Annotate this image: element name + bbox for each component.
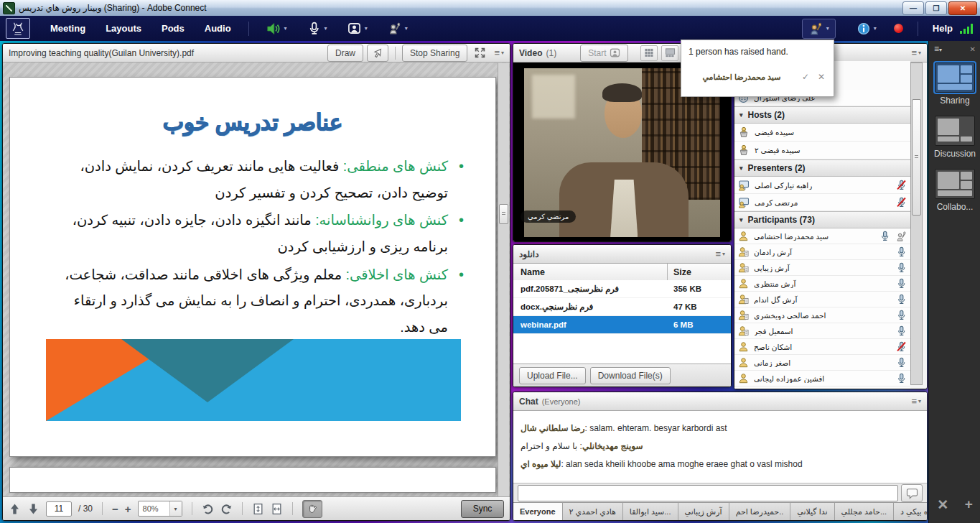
chevron-down-icon[interactable]: ▾ xyxy=(284,25,287,32)
pointer-tool-button[interactable] xyxy=(367,45,388,62)
stop-sharing-button[interactable]: Stop Sharing xyxy=(402,45,467,62)
attendee-row[interactable]: الهام حسيني لياسر xyxy=(734,387,910,389)
webcam-button[interactable]: ▾ xyxy=(342,19,373,37)
chat-tab-everyone[interactable]: Everyone xyxy=(513,503,563,520)
upload-file-button[interactable]: Upload File... xyxy=(519,367,586,384)
attendee-row[interactable]: سپيده فيضي xyxy=(734,124,910,142)
attendee-row[interactable]: اشكان ناصح xyxy=(734,339,910,355)
restore-button[interactable]: ❐ xyxy=(925,1,947,15)
sync-button[interactable]: Sync xyxy=(461,500,504,518)
attendee-row[interactable]: سپيده فيضي ۲ xyxy=(734,142,910,159)
share-pod-menu[interactable]: ≡▾ xyxy=(494,47,504,58)
speaker-button[interactable]: ▾ xyxy=(261,19,293,38)
section-hosts[interactable]: ▾ Hosts (2) xyxy=(734,106,910,124)
share-scrollbar[interactable] xyxy=(498,63,509,496)
dismiss-x-icon[interactable]: ✕ xyxy=(818,72,825,82)
previous-page-button[interactable] xyxy=(9,503,21,515)
fit-width-button[interactable] xyxy=(271,503,283,515)
pan-tool-button[interactable] xyxy=(302,500,322,518)
zoom-in-button[interactable]: + xyxy=(125,503,131,515)
column-name[interactable]: Name xyxy=(513,267,667,277)
attendee-row[interactable]: احمد صالحي دويخشري xyxy=(734,307,910,323)
send-message-button[interactable] xyxy=(901,484,923,502)
chevron-down-icon[interactable]: ▾ xyxy=(826,25,829,32)
chat-tab[interactable]: ...حامد مجللي xyxy=(835,503,895,520)
attendee-row[interactable]: سيد محمدرضا احتشامي xyxy=(734,228,910,244)
chevron-down-icon[interactable]: ▾ xyxy=(405,25,408,32)
file-row-selected[interactable]: webinar.pdf 6 MB xyxy=(513,316,731,334)
attendee-row[interactable]: اسمعيل فجر xyxy=(734,323,910,339)
chat-tab[interactable]: هادي احمدي ۲ xyxy=(563,503,623,520)
attendee-row[interactable]: مرتضي كرمي xyxy=(734,194,910,211)
attendee-row[interactable]: آرش منتظري xyxy=(734,276,910,292)
start-webcam-button[interactable]: Start xyxy=(580,45,628,62)
attendee-name: سيد محمدرضا احتشامي xyxy=(754,232,874,241)
attendees-scrollbar[interactable] xyxy=(910,63,923,385)
collapse-triangle-icon[interactable]: ▾ xyxy=(739,216,743,223)
attendee-row[interactable]: افشين عموزاده ليجاني xyxy=(734,371,910,387)
attendee-row[interactable]: راهبه تياركي اصلي xyxy=(734,177,910,194)
column-size[interactable]: Size xyxy=(667,264,731,280)
draw-button[interactable]: Draw xyxy=(327,45,363,62)
grid-view-button[interactable] xyxy=(640,45,658,61)
chat-pod-menu[interactable]: ≡▾ xyxy=(911,396,921,407)
raised-hand-status-button[interactable]: ▾ xyxy=(802,19,836,39)
file-row[interactable]: فرم نظرسنجي.docx 47 KB xyxy=(513,298,731,316)
section-presenters[interactable]: ▾ Presenters (2) xyxy=(734,159,910,177)
attendee-row[interactable]: آرش زيبايي xyxy=(734,260,910,276)
menu-meeting[interactable]: Meeting xyxy=(40,23,95,34)
status-button[interactable]: ▾ xyxy=(382,19,414,37)
chevron-down-icon[interactable]: ▾ xyxy=(325,25,327,32)
connection-info-button[interactable]: ▾ xyxy=(851,20,882,37)
add-layout-icon[interactable]: + xyxy=(965,496,973,513)
zoom-out-button[interactable]: − xyxy=(112,503,118,515)
layout-collaboration-button[interactable] xyxy=(935,169,975,199)
help-menu[interactable]: Help xyxy=(933,23,953,34)
sidebar-menu[interactable]: ≡▾ xyxy=(934,44,942,54)
minimize-button[interactable]: — xyxy=(902,1,924,15)
attendees-pod-menu[interactable]: ≡▾ xyxy=(911,47,921,58)
menu-layouts[interactable]: Layouts xyxy=(95,23,151,34)
chat-input[interactable] xyxy=(518,485,898,501)
layout-discussion-button[interactable] xyxy=(935,116,975,146)
collapse-triangle-icon[interactable]: ▾ xyxy=(739,111,743,119)
rotate-right-button[interactable] xyxy=(220,503,233,515)
attendee-row[interactable]: اصغر زماني xyxy=(734,355,910,371)
attendees-scrollbar-thumb[interactable] xyxy=(912,99,921,216)
chevron-down-icon[interactable]: ▾ xyxy=(169,501,182,516)
approve-check-icon[interactable]: ✓ xyxy=(802,72,809,82)
chat-tab[interactable]: ...حميده بيكي د xyxy=(894,503,928,520)
chat-tab[interactable]: ندا گيلاني xyxy=(790,503,834,520)
share-scrollbar-thumb[interactable] xyxy=(499,204,508,224)
attendee-row[interactable]: آرش رادمان xyxy=(734,244,910,260)
rotate-left-button[interactable] xyxy=(202,503,214,515)
layout-sharing-button[interactable] xyxy=(935,63,975,93)
bullet-lead: كنش های اخلاقی: xyxy=(346,267,448,282)
page-number-input[interactable]: 11 xyxy=(46,501,72,517)
file-row[interactable]: فرم نظرسنجی_205871.pdf 356 KB xyxy=(513,280,731,298)
chat-pod: Chat (Everyone) ≡▾ رضا سلطاني شال: salam… xyxy=(513,392,928,521)
section-participants[interactable]: ▾ Participants (73) xyxy=(734,211,910,228)
chat-tab[interactable]: ..حميدرضا احم xyxy=(729,503,791,520)
chevron-down-icon: ▾ xyxy=(722,251,725,257)
filmstrip-view-button[interactable] xyxy=(661,45,678,61)
participant-icon xyxy=(738,325,749,336)
sidebar-close-icon[interactable]: ✕ xyxy=(970,45,976,53)
download-files-button[interactable]: Download File(s) xyxy=(590,367,671,384)
zoom-level-select[interactable]: 80% ▾ xyxy=(138,501,182,517)
chevron-down-icon[interactable]: ▾ xyxy=(365,25,368,32)
fit-page-button[interactable] xyxy=(252,503,264,515)
next-page-button[interactable] xyxy=(27,503,39,515)
chevron-down-icon[interactable]: ▾ xyxy=(874,25,877,32)
menu-pods[interactable]: Pods xyxy=(151,23,195,34)
menu-audio[interactable]: Audio xyxy=(195,23,241,34)
close-button[interactable]: ✕ xyxy=(948,1,977,15)
chat-tab[interactable]: ...سيد ابوالقا xyxy=(623,503,678,520)
fullscreen-icon[interactable] xyxy=(474,47,486,59)
chat-tab[interactable]: آرش زيباني xyxy=(678,503,729,520)
attendee-row[interactable]: آرش گل اندام xyxy=(734,292,910,307)
files-pod-menu[interactable]: ≡▾ xyxy=(715,249,725,259)
collapse-triangle-icon[interactable]: ▾ xyxy=(739,165,743,172)
microphone-button[interactable]: ▾ xyxy=(302,19,333,37)
close-pod-icon[interactable]: ✕ xyxy=(937,496,948,513)
